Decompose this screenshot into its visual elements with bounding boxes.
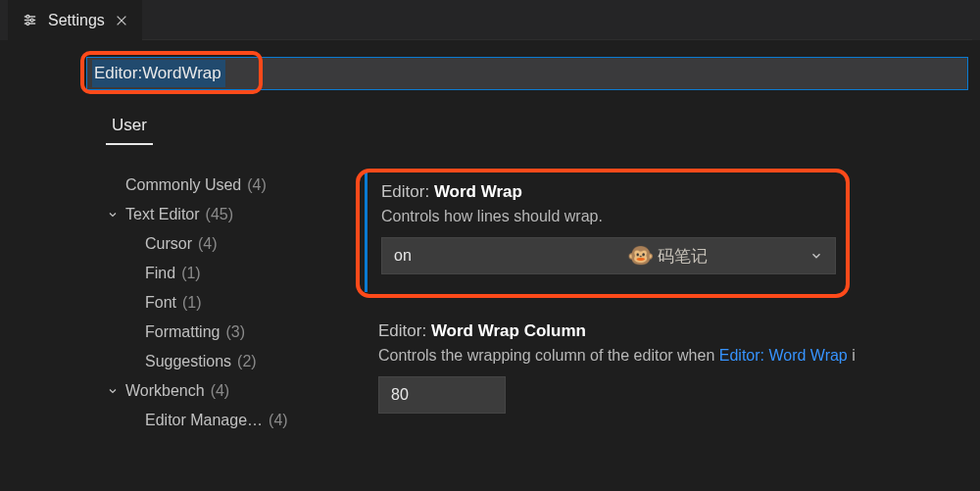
toc-count: (45) xyxy=(206,206,233,223)
settings-search-input[interactable] xyxy=(86,57,968,90)
settings-gear-icon xyxy=(22,12,38,28)
toc-item-formatting[interactable]: Formatting (3) xyxy=(106,318,333,347)
toc-label: Cursor xyxy=(145,235,192,253)
toc-count: (1) xyxy=(181,265,201,282)
toc-item-find[interactable]: Find (1) xyxy=(106,259,333,288)
setting-editor-word-wrap[interactable]: Editor: Word Wrap Controls how lines sho… xyxy=(365,171,980,292)
toc-count: (4) xyxy=(211,382,230,400)
toc-item-workbench[interactable]: Workbench (4) xyxy=(106,376,333,406)
toc-item-suggestions[interactable]: Suggestions (2) xyxy=(106,347,333,376)
toc-count: (4) xyxy=(269,412,288,429)
toc-item-cursor[interactable]: Cursor (4) xyxy=(106,229,333,259)
toc-count: (4) xyxy=(247,176,267,194)
toc-count: (4) xyxy=(198,235,218,253)
toc-count: (1) xyxy=(182,294,202,312)
toc-item-font[interactable]: Font (1) xyxy=(106,288,333,318)
settings-content: Editor: Word Wrap Controls how lines sho… xyxy=(333,159,980,449)
toc-count: (3) xyxy=(225,323,245,341)
svg-point-3 xyxy=(26,16,29,19)
svg-point-4 xyxy=(30,19,33,22)
tab-label: Settings xyxy=(48,12,105,29)
setting-title: Editor: Word Wrap xyxy=(381,182,962,202)
setting-description: Controls how lines should wrap. xyxy=(381,208,962,225)
toc-item-text-editor[interactable]: Text Editor (45) xyxy=(106,200,333,229)
setting-select-word-wrap[interactable]: on xyxy=(381,237,836,274)
settings-toc: Commonly Used (4)Text Editor (45)Cursor … xyxy=(0,159,333,449)
chevron-down-icon xyxy=(106,385,120,397)
toc-label: Commonly Used xyxy=(125,176,241,194)
toc-label: Editor Manage… xyxy=(145,412,263,429)
svg-point-5 xyxy=(26,23,29,25)
toc-label: Text Editor xyxy=(125,206,200,223)
close-icon[interactable] xyxy=(115,14,128,27)
settings-scope-tabs: User xyxy=(106,116,980,145)
toc-label: Formatting xyxy=(145,323,220,341)
setting-link-word-wrap[interactable]: Editor: Word Wrap xyxy=(719,347,848,364)
toc-label: Font xyxy=(145,294,176,312)
scope-tab-user[interactable]: User xyxy=(106,116,153,145)
toc-label: Suggestions xyxy=(145,353,231,370)
title-bar: Settings xyxy=(0,0,980,41)
toc-count: (2) xyxy=(237,353,257,370)
toc-label: Workbench xyxy=(125,382,205,400)
setting-description: Controls the wrapping column of the edit… xyxy=(378,347,962,365)
toc-item-editor-manage[interactable]: Editor Manage… (4) xyxy=(106,406,333,435)
setting-title: Editor: Word Wrap Column xyxy=(378,321,962,341)
tab-bar-empty xyxy=(142,0,972,40)
chevron-down-icon xyxy=(106,209,120,221)
setting-input-word-wrap-column[interactable] xyxy=(378,376,506,414)
toc-item-commonly-used[interactable]: Commonly Used (4) xyxy=(106,171,333,200)
toc-label: Find xyxy=(145,265,175,282)
setting-editor-word-wrap-column[interactable]: Editor: Word Wrap Column Controls the wr… xyxy=(365,310,980,431)
tab-settings[interactable]: Settings xyxy=(8,0,142,40)
select-value: on xyxy=(394,247,412,265)
chevron-down-icon xyxy=(809,249,823,263)
